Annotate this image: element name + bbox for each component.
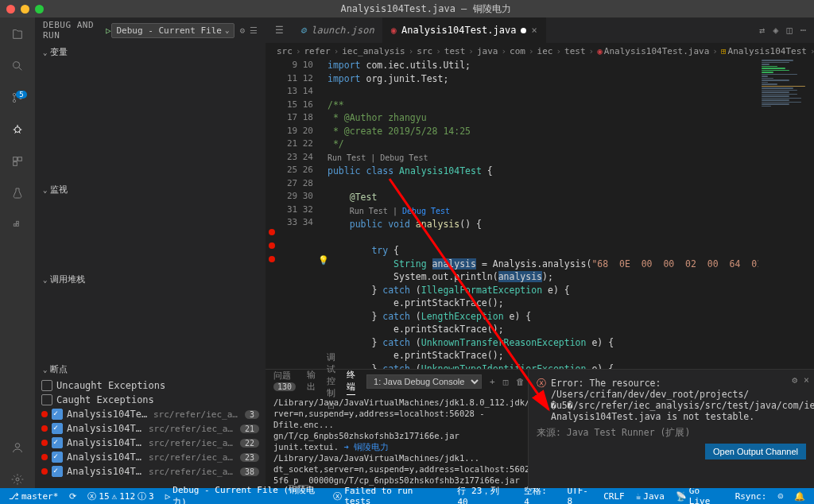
editor-actions: ⇄ ◈ ◫ ⋯: [759, 17, 814, 43]
watch-section[interactable]: ⌄监视: [35, 180, 266, 199]
debug-icon[interactable]: [9, 121, 26, 138]
test-icon[interactable]: [9, 184, 26, 202]
split-terminal-icon[interactable]: ◫: [503, 377, 509, 387]
main-region: 5 DEBUG AND RUN ▷ Debug - Current File ⌄…: [0, 17, 814, 488]
extensions-icon[interactable]: [9, 153, 26, 170]
panel-tab-problems[interactable]: 问题 130: [273, 370, 296, 394]
account-icon[interactable]: [9, 439, 26, 456]
more-icon[interactable]: ⋯: [800, 25, 806, 36]
status-feedback-icon[interactable]: ☺: [775, 491, 785, 502]
panel-tabs: 问题 130 输出 调试控制台 终端 1: Java Debug Console…: [266, 370, 528, 394]
svg-rect-15: [17, 224, 19, 227]
panel-region: 问题 130 输出 调试控制台 终端 1: Java Debug Console…: [266, 369, 814, 488]
breakpoints-section[interactable]: ⌄断点: [35, 360, 266, 378]
window-title: Analysis104Test.java — 铜陵电力: [44, 2, 808, 16]
search-icon[interactable]: [9, 57, 26, 75]
status-cursor-position[interactable]: 行 23，列 40: [455, 485, 515, 504]
status-language[interactable]: ☕ Java: [634, 491, 667, 502]
breakpoint-row[interactable]: Analysis104Test.javasrc/refer/iec_analy.…: [35, 450, 266, 464]
svg-point-17: [15, 444, 19, 448]
svg-point-18: [16, 478, 19, 481]
status-golive[interactable]: 📡 Go Live: [673, 486, 727, 504]
code-content[interactable]: import com.iec.utils.Util; import org.ju…: [328, 59, 758, 369]
svg-point-3: [13, 99, 15, 102]
panel-tab-output[interactable]: 输出: [307, 369, 316, 394]
title-bar: Analysis104Test.java — 铜陵电力: [0, 0, 814, 17]
caught-exceptions-checkbox[interactable]: Caught Exceptions: [35, 393, 266, 407]
docker-icon[interactable]: [9, 216, 26, 234]
debug-sidebar: DEBUG AND RUN ▷ Debug - Current File ⌄ ⚙…: [35, 17, 266, 488]
new-terminal-icon[interactable]: +: [490, 377, 495, 387]
notification-close-icon[interactable]: ×: [804, 374, 809, 386]
svg-point-0: [14, 62, 20, 68]
open-output-button[interactable]: Open Output Channel: [705, 444, 806, 459]
kill-terminal-icon[interactable]: 🗑: [516, 377, 525, 387]
status-bell-icon[interactable]: 🔔: [792, 491, 808, 502]
svg-rect-16: [17, 221, 19, 223]
maximize-window-icon[interactable]: [35, 5, 44, 14]
source-control-icon[interactable]: 5: [9, 89, 26, 107]
folding-margin[interactable]: 💡: [316, 59, 328, 369]
debug-menu-icon[interactable]: ☰: [250, 25, 258, 36]
terminal-selector-dropdown[interactable]: 1: Java Debug Console: [366, 374, 482, 389]
svg-rect-11: [14, 157, 17, 161]
breakpoint-row[interactable]: Analysis104Test.javasrc/refer/iec_analys…: [35, 407, 266, 421]
svg-line-9: [15, 132, 16, 134]
status-problems[interactable]: ⓧ 15 ⚠ 112 ⓘ 3: [85, 490, 156, 502]
svg-line-1: [19, 68, 21, 70]
gear-icon[interactable]: [9, 471, 26, 488]
status-test-fail[interactable]: ⓧ Failed to run tests: [331, 486, 442, 504]
start-debug-icon[interactable]: ▷: [106, 25, 111, 36]
svg-rect-12: [18, 157, 22, 161]
split-icon[interactable]: ◫: [787, 25, 793, 36]
terminal-content[interactable]: /Library/Java/JavaVirtualMachines/jdk1.8…: [266, 394, 528, 488]
svg-point-5: [15, 127, 21, 133]
code-editor[interactable]: 9 10 11 12 13 14 15 16 17 18 19 20 21 22…: [266, 59, 814, 369]
status-eol[interactable]: CRLF: [601, 491, 627, 502]
debug-settings-icon[interactable]: ⚙: [239, 25, 245, 36]
tab-analysis104test[interactable]: ◉Analysis104Test.java×: [383, 17, 546, 43]
window-controls[interactable]: [6, 5, 44, 14]
explorer-icon[interactable]: [9, 25, 26, 43]
breakpoints-list: Uncaught Exceptions Caught Exceptions An…: [35, 378, 266, 488]
sidebar-title: DEBUG AND RUN: [43, 20, 106, 41]
uncaught-exceptions-checkbox[interactable]: Uncaught Exceptions: [35, 378, 266, 393]
editor-tabs: ☰ ⚙launch.json ◉Analysis104Test.java× ⇄ …: [266, 17, 814, 43]
status-bar: ⎇ master* ⟳ ⓧ 15 ⚠ 112 ⓘ 3 ▷ Debug - Cur…: [0, 488, 814, 504]
editor-region: ☰ ⚙launch.json ◉Analysis104Test.java× ⇄ …: [266, 17, 814, 488]
error-icon: ⓧ: [537, 378, 546, 390]
lightbulb-icon[interactable]: 💡: [318, 255, 329, 266]
status-debug-config[interactable]: ▷ Debug - Current File (铜陵电力): [163, 484, 325, 504]
variables-section[interactable]: ⌄变量: [35, 43, 266, 61]
compare-icon[interactable]: ⇄: [759, 25, 765, 36]
line-numbers: 9 10 11 12 13 14 15 16 17 18 19 20 21 22…: [280, 59, 316, 369]
notification-source: 来源: Java Test Runner (扩展): [537, 427, 806, 439]
callstack-section[interactable]: ⌄调用堆栈: [35, 270, 266, 289]
status-sync[interactable]: ⟳: [67, 491, 79, 502]
breakpoint-row[interactable]: Analysis104Test.javasrc/refer/iec_analy.…: [35, 436, 266, 450]
notification-toast: ⚙× ⓧ Error: The resource: /Users/crifan/…: [528, 370, 814, 488]
tab-launch-json[interactable]: ⚙launch.json: [293, 17, 383, 43]
panel-tab-terminal[interactable]: 终端: [347, 369, 355, 395]
status-rsync[interactable]: Rsync:: [733, 491, 769, 502]
breadcrumb[interactable]: src› refer› iec_analysis› src› test› jav…: [266, 43, 814, 59]
svg-rect-13: [14, 162, 17, 166]
breakpoint-row[interactable]: Analysis104Test.javasrc/refer/iec_analy.…: [35, 421, 266, 436]
svg-line-10: [19, 132, 20, 134]
breakpoint-row[interactable]: Analysis104Test.javasrc/refer/iec_analy.…: [35, 464, 266, 479]
close-tab-icon[interactable]: ×: [531, 25, 537, 36]
minimize-window-icon[interactable]: [21, 5, 29, 14]
modified-indicator-icon: [521, 28, 526, 33]
minimap[interactable]: [758, 59, 814, 369]
close-window-icon[interactable]: [6, 5, 15, 14]
debug-config-dropdown[interactable]: Debug - Current File ⌄: [111, 23, 235, 38]
status-branch[interactable]: ⎇ master*: [6, 491, 60, 502]
format-icon[interactable]: ◈: [773, 25, 778, 36]
status-encoding[interactable]: UTF-8: [564, 486, 595, 504]
scm-badge: 5: [16, 91, 26, 99]
glyph-margin[interactable]: [266, 59, 280, 369]
open-editors-icon[interactable]: ☰: [266, 17, 293, 43]
notification-gear-icon[interactable]: ⚙: [792, 374, 797, 386]
codelens-run-test[interactable]: Run Test | Debug Test: [328, 153, 428, 162]
codelens-debug-test-link[interactable]: Debug Test: [402, 207, 450, 215]
